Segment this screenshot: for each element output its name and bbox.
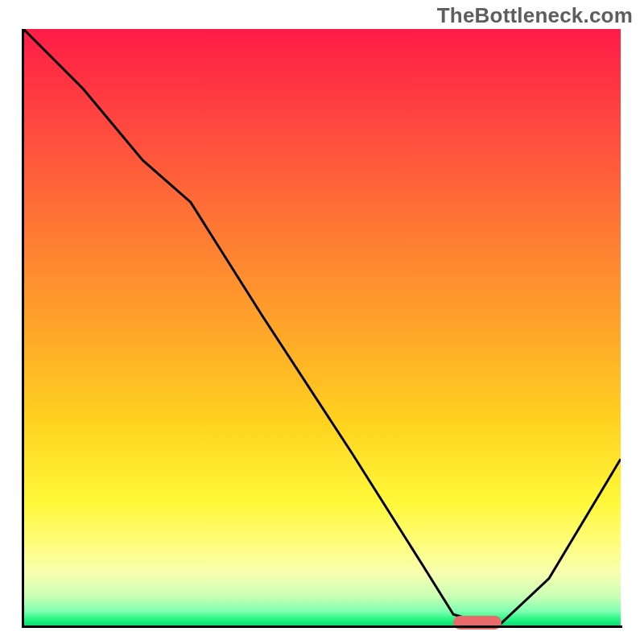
x-axis-line [22,625,622,628]
bottleneck-chart: TheBottleneck.com [0,0,644,644]
bottleneck-curve-svg [23,29,621,626]
bottleneck-curve-path [23,29,621,623]
watermark-text: TheBottleneck.com [437,3,633,28]
y-axis-line [22,29,24,628]
